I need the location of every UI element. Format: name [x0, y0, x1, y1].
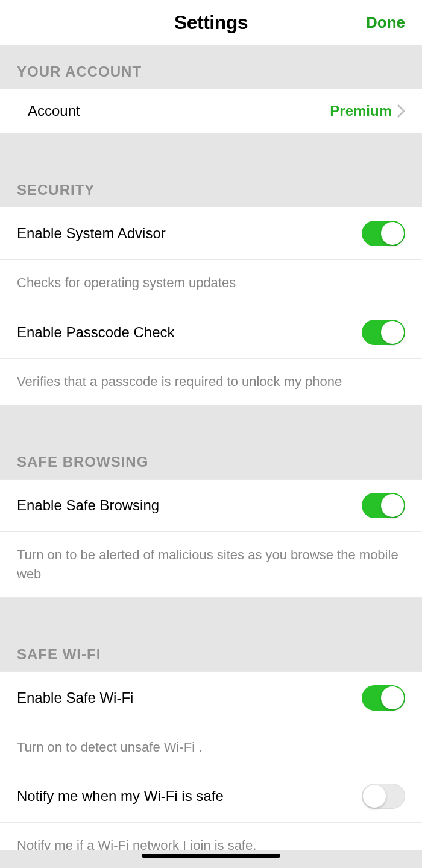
safe-wifi-desc: Turn on to detect unsafe Wi-Fi . — [0, 724, 422, 770]
passcode-toggle[interactable] — [362, 320, 405, 345]
toggle-knob — [363, 785, 386, 808]
toggle-knob — [381, 494, 404, 517]
section-title-security: SECURITY — [17, 182, 405, 198]
safe-wifi-toggle[interactable] — [362, 685, 405, 711]
wifi-notify-label: Notify me when my Wi-Fi is safe — [17, 788, 224, 805]
account-value-wrap: Premium — [330, 103, 405, 119]
passcode-desc: Verifies that a passcode is required to … — [0, 359, 422, 405]
passcode-label: Enable Passcode Check — [17, 324, 175, 341]
header-bar: Settings Done — [0, 0, 422, 45]
toggle-knob — [381, 686, 404, 709]
bottom-bar — [0, 850, 422, 868]
home-indicator — [142, 854, 280, 858]
section-header-security: SECURITY — [0, 133, 422, 207]
account-label: Account — [17, 103, 80, 119]
page-title: Settings — [174, 11, 248, 34]
wifi-notify-toggle[interactable] — [362, 784, 405, 809]
section-header-wifi: SAFE WI-FI — [0, 598, 422, 671]
section-title-wifi: SAFE WI-FI — [17, 646, 405, 663]
toggle-knob — [381, 222, 404, 245]
safe-browsing-row: Enable Safe Browsing — [0, 479, 422, 532]
chevron-right-icon — [397, 104, 405, 118]
safe-browsing-toggle[interactable] — [362, 493, 405, 518]
system-advisor-desc: Checks for operating system updates — [0, 260, 422, 306]
done-button[interactable]: Done — [366, 13, 405, 32]
system-advisor-toggle[interactable] — [362, 221, 405, 246]
section-header-browsing: SAFE BROWSING — [0, 405, 422, 479]
passcode-row: Enable Passcode Check — [0, 306, 422, 359]
safe-browsing-label: Enable Safe Browsing — [17, 497, 159, 514]
safe-wifi-row: Enable Safe Wi-Fi — [0, 671, 422, 724]
wifi-notify-row: Notify me when my Wi-Fi is safe — [0, 770, 422, 823]
section-title-browsing: SAFE BROWSING — [17, 454, 405, 470]
account-row[interactable]: Account Premium — [0, 89, 422, 133]
section-title-account: YOUR ACCOUNT — [17, 63, 405, 80]
system-advisor-label: Enable System Advisor — [17, 225, 166, 242]
section-header-account: YOUR ACCOUNT — [0, 45, 422, 89]
toggle-knob — [381, 321, 404, 344]
safe-wifi-label: Enable Safe Wi-Fi — [17, 689, 133, 706]
account-value: Premium — [330, 103, 392, 119]
safe-browsing-desc: Turn on to be alerted of malicious sites… — [0, 532, 422, 598]
system-advisor-row: Enable System Advisor — [0, 207, 422, 260]
